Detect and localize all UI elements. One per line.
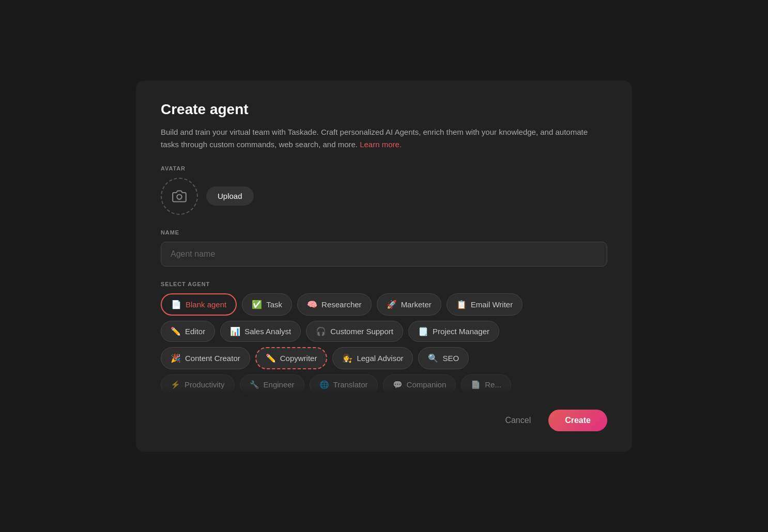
engineer-icon: 🔧 bbox=[250, 380, 259, 389]
agent-chip-editor[interactable]: ✏️ Editor bbox=[161, 321, 215, 342]
companion-icon: 💬 bbox=[393, 380, 403, 389]
productivity-icon: ⚡ bbox=[171, 380, 180, 389]
modal-description: Build and train your virtual team with T… bbox=[161, 126, 607, 151]
task-icon: ✅ bbox=[252, 300, 262, 309]
camera-icon bbox=[172, 189, 187, 204]
translator-icon: 🌐 bbox=[319, 380, 329, 389]
email-writer-label: Email Writer bbox=[471, 300, 513, 309]
editor-label: Editor bbox=[185, 327, 205, 336]
agent-chip-blank[interactable]: 📄 Blank agent bbox=[161, 293, 237, 316]
agent-name-input[interactable] bbox=[161, 242, 607, 267]
sales-analyst-label: Sales Analyst bbox=[244, 327, 291, 336]
avatar-row: Upload bbox=[161, 178, 607, 215]
modal-title: Create agent bbox=[161, 101, 607, 118]
task-label: Task bbox=[266, 300, 282, 309]
agent-chip-customer-support[interactable]: 🎧 Customer Support bbox=[306, 321, 403, 342]
agent-chip-task[interactable]: ✅ Task bbox=[242, 293, 292, 316]
copywriter-icon: ✏️ bbox=[266, 353, 276, 363]
sales-analyst-icon: 📊 bbox=[230, 326, 240, 336]
agent-chip-sales-analyst[interactable]: 📊 Sales Analyst bbox=[220, 321, 301, 342]
agent-chip-content-creator[interactable]: 🎉 Content Creator bbox=[161, 347, 250, 369]
agent-chip-productivity[interactable]: ⚡ Productivity bbox=[161, 374, 235, 395]
marketer-icon: 🚀 bbox=[387, 300, 397, 309]
agent-chip-translator[interactable]: 🌐 Translator bbox=[310, 374, 378, 395]
project-manager-label: Project Manager bbox=[433, 327, 489, 336]
resume-icon: 📄 bbox=[471, 380, 481, 389]
cancel-button[interactable]: Cancel bbox=[496, 411, 540, 430]
customer-support-label: Customer Support bbox=[330, 327, 393, 336]
marketer-label: Marketer bbox=[401, 300, 432, 309]
agent-chip-companion[interactable]: 💬 Companion bbox=[383, 374, 456, 395]
engineer-label: Engineer bbox=[264, 380, 295, 389]
agent-row-4-partial: ⚡ Productivity 🔧 Engineer 🌐 Translator 💬… bbox=[161, 374, 607, 395]
agent-chip-resume[interactable]: 📄 Re... bbox=[461, 374, 511, 395]
agent-row-2: ✏️ Editor 📊 Sales Analyst 🎧 Customer Sup… bbox=[161, 321, 607, 342]
content-creator-label: Content Creator bbox=[185, 354, 240, 363]
seo-icon: 🔍 bbox=[428, 353, 438, 363]
name-section: NAME bbox=[161, 229, 607, 267]
modal-footer: Cancel Create bbox=[161, 410, 607, 431]
companion-label: Companion bbox=[407, 380, 447, 389]
copywriter-label: Copywriter bbox=[280, 354, 317, 363]
researcher-icon: 🧠 bbox=[307, 300, 317, 309]
avatar-section: AVATAR Upload bbox=[161, 165, 607, 215]
name-label: NAME bbox=[161, 229, 607, 236]
agent-row-3: 🎉 Content Creator ✏️ Copywriter 👩‍⚖️ Leg… bbox=[161, 347, 607, 369]
svg-point-0 bbox=[177, 194, 181, 199]
avatar-label: AVATAR bbox=[161, 165, 607, 171]
avatar-upload-circle[interactable] bbox=[161, 178, 198, 215]
upload-button[interactable]: Upload bbox=[206, 186, 254, 206]
agent-row-1: 📄 Blank agent ✅ Task 🧠 Researcher 🚀 Mark… bbox=[161, 293, 607, 316]
create-agent-modal: Create agent Build and train your virtua… bbox=[136, 81, 632, 452]
legal-advisor-icon: 👩‍⚖️ bbox=[342, 353, 352, 363]
content-creator-icon: 🎉 bbox=[171, 353, 181, 363]
productivity-label: Productivity bbox=[185, 380, 225, 389]
agent-chip-engineer[interactable]: 🔧 Engineer bbox=[240, 374, 304, 395]
customer-support-icon: 🎧 bbox=[316, 326, 326, 336]
agent-chip-marketer[interactable]: 🚀 Marketer bbox=[377, 293, 441, 316]
translator-label: Translator bbox=[333, 380, 368, 389]
agent-chip-researcher[interactable]: 🧠 Researcher bbox=[297, 293, 372, 316]
blank-agent-label: Blank agent bbox=[186, 300, 226, 309]
learn-more-link[interactable]: Learn more. bbox=[360, 140, 402, 149]
blank-agent-icon: 📄 bbox=[171, 300, 181, 309]
project-manager-icon: 🗒️ bbox=[418, 326, 428, 336]
agent-chip-copywriter[interactable]: ✏️ Copywriter bbox=[255, 347, 328, 369]
select-agent-label: SELECT AGENT bbox=[161, 281, 607, 287]
seo-label: SEO bbox=[442, 354, 459, 363]
researcher-label: Researcher bbox=[321, 300, 362, 309]
editor-icon: ✏️ bbox=[171, 326, 181, 336]
select-agent-section: SELECT AGENT 📄 Blank agent ✅ Task 🧠 Rese… bbox=[161, 281, 607, 395]
agent-chip-project-manager[interactable]: 🗒️ Project Manager bbox=[408, 321, 499, 342]
legal-advisor-label: Legal Advisor bbox=[357, 354, 403, 363]
resume-label: Re... bbox=[485, 380, 501, 389]
agent-chip-email-writer[interactable]: 📋 Email Writer bbox=[447, 293, 523, 316]
create-button[interactable]: Create bbox=[548, 410, 607, 431]
agent-chip-legal-advisor[interactable]: 👩‍⚖️ Legal Advisor bbox=[332, 347, 413, 369]
agent-chip-seo[interactable]: 🔍 SEO bbox=[418, 347, 469, 369]
email-writer-icon: 📋 bbox=[456, 300, 467, 309]
